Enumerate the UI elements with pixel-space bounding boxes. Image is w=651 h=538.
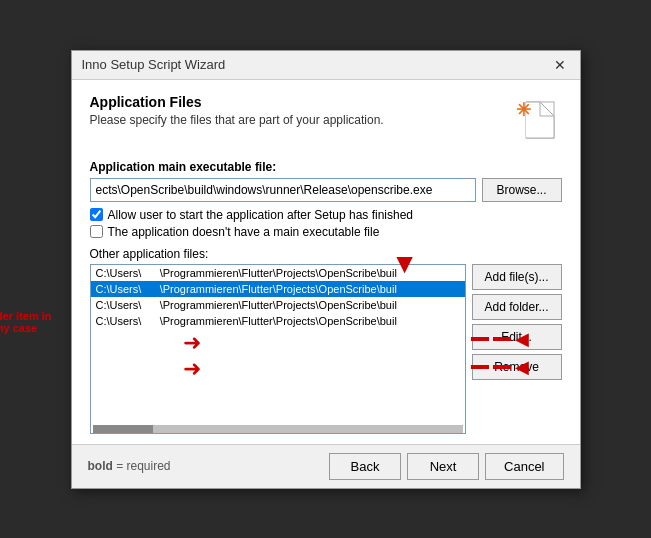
footer-buttons: Back Next Cancel — [329, 453, 563, 480]
checkbox1-row: Allow user to start the application afte… — [90, 208, 562, 222]
checkbox1-label: Allow user to start the application afte… — [108, 208, 414, 222]
section-title: Application Files — [90, 94, 384, 110]
checkbox1-input[interactable] — [90, 208, 103, 221]
main-exec-row: Browse... — [90, 178, 562, 202]
arrow-left-2-annotation: ➜ — [183, 356, 201, 382]
wizard-icon: ✳ — [514, 94, 562, 146]
dialog-footer: bold = required Back Next Cancel — [72, 445, 580, 488]
dialog-title: Inno Setup Script Wizard — [82, 57, 226, 72]
dialog-content: Application Files Please specify the fil… — [72, 80, 580, 445]
legend-bold: bold — [88, 459, 113, 473]
checkbox2-label: The application doesn't have a main exec… — [108, 225, 380, 239]
footer-legend: bold = required — [88, 459, 171, 473]
arrow-right-2-annotation: ◀ — [471, 356, 529, 378]
main-exec-input[interactable] — [90, 178, 476, 202]
dialog-window: Inno Setup Script Wizard ✕ Application F… — [71, 50, 581, 489]
arrow-right-1-annotation: ◀ — [471, 328, 529, 350]
main-exec-label: Application main executable file: — [90, 160, 562, 174]
checkbox2-input[interactable] — [90, 225, 103, 238]
header-section: Application Files Please specify the fil… — [90, 94, 562, 146]
svg-text:✳: ✳ — [516, 100, 531, 120]
checkbox2-row: The application doesn't have a main exec… — [90, 225, 562, 239]
files-list[interactable]: C:\Users\ \Programmieren\Flutter\Project… — [90, 264, 466, 434]
other-files-label: Other application files: — [90, 247, 562, 261]
next-button[interactable]: Next — [407, 453, 479, 480]
list-item[interactable]: C:\Users\ \Programmieren\Flutter\Project… — [91, 313, 465, 329]
add-folder-button[interactable]: Add folder... — [472, 294, 562, 320]
list-item[interactable]: C:\Users\ \Programmieren\Flutter\Project… — [91, 281, 465, 297]
back-button[interactable]: Back — [329, 453, 401, 480]
arrow-down-annotation: ▼ — [391, 248, 419, 280]
list-item[interactable]: C:\Users\ \Programmieren\Flutter\Project… — [91, 297, 465, 313]
cancel-button[interactable]: Cancel — [485, 453, 563, 480]
title-bar: Inno Setup Script Wizard ✕ — [72, 51, 580, 80]
main-exec-section: Application main executable file: Browse… — [90, 160, 562, 239]
arrow-left-1-annotation: ➜ — [183, 330, 201, 356]
header-text: Application Files Please specify the fil… — [90, 94, 384, 127]
legend-text: = required — [113, 459, 171, 473]
close-button[interactable]: ✕ — [550, 57, 570, 73]
add-files-button[interactable]: Add file(s)... — [472, 264, 562, 290]
browse-button[interactable]: Browse... — [482, 178, 562, 202]
annotation-folder-label: Folder item in my case — [0, 310, 56, 334]
section-desc: Please specify the files that are part o… — [90, 113, 384, 127]
